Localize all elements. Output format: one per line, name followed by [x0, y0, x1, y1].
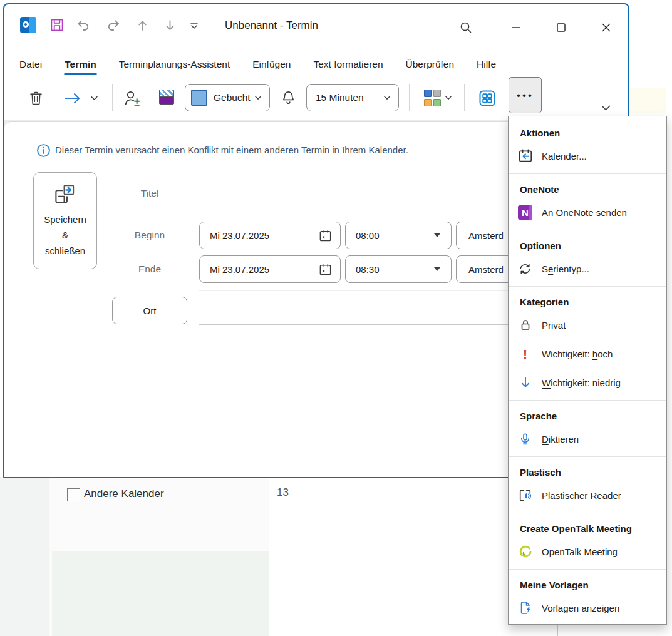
save-close-line1: Speichern: [44, 212, 86, 227]
minimize-button[interactable]: [507, 18, 525, 37]
redo-icon[interactable]: [105, 18, 121, 34]
categorize-icon[interactable]: [424, 90, 441, 106]
menu-item-wichtigkeit-niedrig[interactable]: Wichtigkeit: niedrig: [509, 368, 666, 397]
menu-header-meine-vorlagen: Meine Vorlagen: [509, 576, 666, 593]
menu-header-plastisch: Plastisch: [509, 463, 666, 481]
location-label: Ort: [143, 305, 157, 316]
close-button[interactable]: [597, 18, 616, 37]
menu-item-vorlagen-anzeigen[interactable]: Vorlagen anzeigen: [509, 593, 666, 622]
menu-item-plastischer-reader[interactable]: Plastischer Reader: [509, 481, 666, 510]
save-and-close-button[interactable]: Speichern & schließen: [33, 172, 97, 269]
menu-item-diktieren[interactable]: Diktieren: [509, 424, 666, 453]
end-timezone-value: Amsterd: [468, 264, 504, 275]
menu-header-sprache: Sprache: [509, 407, 666, 424]
move-down-icon[interactable]: [162, 18, 178, 34]
templates-icon: [517, 600, 534, 617]
begin-time-field[interactable]: 08:00: [345, 222, 452, 249]
menu-divider: [509, 230, 666, 230]
end-time-value: 08:30: [356, 264, 380, 275]
tab-ueberpruefen[interactable]: Überprüfen: [405, 58, 455, 71]
outlook-app-icon: [20, 17, 36, 33]
menu-divider: [509, 400, 666, 401]
collapse-ribbon-chevron-icon[interactable]: [601, 105, 611, 112]
show-as-value: Gebucht: [214, 92, 251, 103]
forward-dropdown-chevron-icon[interactable]: [90, 95, 98, 101]
ribbon-separator: [504, 84, 504, 111]
end-time-field[interactable]: 08:30: [345, 255, 452, 283]
begin-time-value: 08:00: [356, 230, 380, 241]
move-up-icon[interactable]: [135, 18, 151, 34]
menu-header-aktionen: Aktionen: [509, 124, 666, 141]
ribbon: Gebucht 15 Minuten: [4, 75, 628, 121]
busy-status-swatch: [191, 90, 207, 106]
conflict-info-text: Dieser Termin verursacht einen Konflikt …: [55, 145, 408, 155]
other-calendars-label[interactable]: Andere Kalender: [84, 488, 164, 500]
calendar-icon: [318, 228, 333, 243]
calendar-back-icon: [517, 148, 534, 165]
more-options-menu: Aktionen Kalender... OneNote N An OneNot…: [508, 116, 667, 625]
categorize-chevron-icon[interactable]: [445, 95, 452, 101]
ribbon-separator: [409, 84, 410, 111]
ribbon-separator: [150, 84, 150, 111]
window-title: Unbenannt - Termin: [225, 19, 318, 32]
importance-low-icon: [517, 374, 534, 391]
menu-divider: [509, 173, 666, 174]
end-label: Ende: [112, 264, 187, 275]
tab-termin[interactable]: Termin: [64, 58, 97, 71]
menu-header-optionen: Optionen: [509, 237, 666, 254]
show-as-dropdown[interactable]: Gebucht: [185, 84, 270, 111]
menu-header-onenote: OneNote: [509, 180, 666, 198]
background-left-pane: [0, 477, 49, 636]
apps-grid-icon[interactable]: [478, 89, 497, 108]
maximize-button[interactable]: [552, 18, 571, 37]
invite-attendees-icon[interactable]: [123, 89, 142, 108]
forward-icon[interactable]: [63, 91, 83, 105]
ribbon-separator: [112, 84, 113, 111]
tab-einfuegen[interactable]: Einfügen: [252, 58, 291, 71]
more-options-button[interactable]: [509, 77, 542, 113]
tab-terminplanungs-assistent[interactable]: Terminplanungs-Assistent: [118, 58, 230, 71]
reminder-value: 15 Minuten: [316, 92, 364, 103]
calendar-day-number: 13: [277, 486, 289, 499]
begin-date-field[interactable]: Mi 23.07.2025: [199, 222, 341, 249]
end-date-field[interactable]: Mi 23.07.2025: [199, 255, 341, 283]
dropdown-triangle-icon: [434, 267, 440, 271]
importance-high-icon: !: [517, 346, 534, 362]
reminder-dropdown[interactable]: 15 Minuten: [306, 84, 399, 111]
title-label: Titel: [112, 188, 187, 199]
search-icon[interactable]: [457, 18, 475, 37]
menu-divider: [509, 456, 666, 457]
save-close-icon: [53, 183, 77, 205]
show-as-busy-icon[interactable]: [159, 90, 174, 105]
menu-item-an-onenote-senden[interactable]: N An OneNote senden: [509, 198, 666, 227]
tab-text-formatieren[interactable]: Text formatieren: [313, 58, 383, 71]
end-date-value: Mi 23.07.2025: [210, 264, 269, 275]
menu-item-opentalk-meeting[interactable]: OpenTalk Meeting: [509, 537, 666, 566]
tab-hilfe[interactable]: Hilfe: [476, 58, 497, 71]
undo-icon[interactable]: [76, 18, 93, 34]
reminder-bell-icon[interactable]: [280, 90, 297, 106]
ribbon-separator: [464, 84, 465, 111]
background-calendar-cell: [52, 551, 269, 636]
ribbon-tabs: Datei Termin Terminplanungs-Assistent Ei…: [19, 54, 497, 74]
save-icon[interactable]: [49, 17, 65, 33]
menu-divider: [509, 286, 666, 287]
dropdown-triangle-icon: [434, 233, 440, 237]
menu-divider: [509, 569, 666, 570]
menu-item-kalender[interactable]: Kalender...: [509, 141, 666, 170]
delete-icon[interactable]: [28, 90, 44, 106]
background-calendar-band: [628, 88, 666, 113]
menu-item-serientyp[interactable]: Serientyp...: [509, 254, 666, 283]
opentalk-icon: [517, 543, 534, 560]
tab-datei[interactable]: Datei: [19, 58, 43, 71]
menu-item-wichtigkeit-hoch[interactable]: ! Wichtigkeit: hoch: [509, 339, 666, 368]
begin-date-value: Mi 23.07.2025: [210, 230, 269, 241]
begin-label: Beginn: [112, 230, 187, 241]
other-calendars-checkbox[interactable]: [67, 488, 80, 501]
info-icon: [36, 143, 51, 158]
chevron-down-icon: [254, 95, 262, 101]
menu-item-privat[interactable]: Privat: [509, 310, 666, 339]
location-button[interactable]: Ort: [112, 297, 187, 324]
menu-divider: [509, 513, 666, 513]
customize-toolbar-icon[interactable]: [189, 21, 205, 38]
